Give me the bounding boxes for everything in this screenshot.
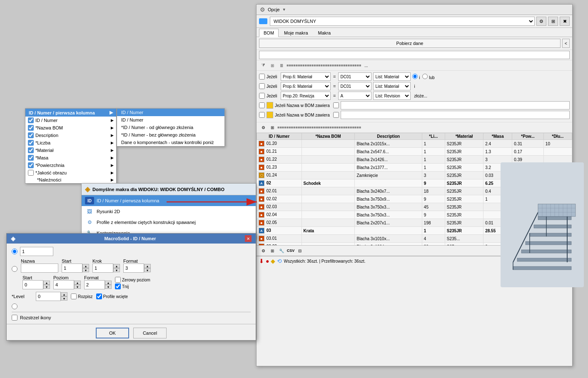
copy-icon-btn[interactable]: ⊞ [548,17,558,26]
tab-makra[interactable]: Makra [314,29,336,37]
settings-icon-btn[interactable]: ⚙ [536,17,546,26]
col-header-nazwa[interactable]: *Nazwa BOM [301,133,355,140]
start-spinner-up[interactable]: ▲ [82,264,89,268]
start-spinner-down[interactable]: ▼ [82,268,89,272]
col-item-masa[interactable]: *Masa ▶ [25,154,116,162]
filter-cb-2[interactable] [259,83,265,89]
radio-lub-1[interactable] [422,74,428,79]
col-header-dlu[interactable]: *Dłu... [543,133,572,140]
level-input[interactable] [36,292,61,301]
filter-value-1[interactable]: DC01 [338,72,371,81]
bottom-tb-icon-1[interactable]: ⚙ [259,246,267,255]
col-cb-jakosc[interactable] [28,170,34,176]
col-cb-material[interactable] [28,147,34,153]
filter-cb-3[interactable] [259,93,265,99]
name-filter-cb-inner-1[interactable] [333,102,339,108]
macro-item-rysunki[interactable]: 🖼 Rysunki 2D [82,206,256,217]
radio-i-1[interactable] [412,74,418,79]
col-item-id[interactable]: ID / Numer ▶ [25,117,116,124]
krok-spinner-down[interactable]: ▼ [113,268,120,272]
dialog-close-button[interactable]: ✕ [245,235,252,242]
poziom-spinner-up[interactable]: ▲ [74,281,81,285]
dialog-krok-input[interactable] [92,264,113,273]
filter-value-2[interactable]: DC01 [338,82,371,90]
col-cb-liczba[interactable] [28,140,34,146]
name-filter-cb-2[interactable] [259,112,265,118]
submenu-item-id-main[interactable]: ID / Numer [117,116,224,124]
col-cb-pow[interactable] [28,162,34,168]
tab-bom[interactable]: BOM [259,29,279,37]
rozstrzel-checkbox[interactable] [12,315,17,321]
macro-item-id[interactable]: ID ID / Numer / pierwsza kolumna [82,195,256,206]
profile-checkbox[interactable] [96,293,102,299]
dialog-start2-input[interactable] [22,280,43,289]
col-cb-id[interactable] [28,117,34,123]
dialog-radio-3[interactable] [12,303,17,309]
format2-spinner-up[interactable]: ▲ [105,281,112,285]
col-cb-masa[interactable] [28,155,34,161]
search-input[interactable] [259,51,570,59]
cancel-button[interactable]: Cancel [133,328,167,338]
dialog-radio-1[interactable] [12,249,17,254]
bottom-tb-icon-4[interactable]: ⊟ [296,246,304,255]
col-item-nazwa[interactable]: *Nazwa BOM ▶ [25,124,116,132]
opcje-dropdown-arrow[interactable]: ▼ [282,7,286,12]
level-spinner-down[interactable]: ▼ [61,296,67,301]
poziom-spinner-down[interactable]: ▼ [74,285,81,289]
format2-spinner-down[interactable]: ▼ [105,285,112,289]
collapse-button[interactable]: < [562,39,570,48]
delete-icon-btn[interactable]: ✖ [560,17,570,26]
name-filter-input-1[interactable] [341,101,570,109]
dialog-input-1[interactable] [20,247,53,256]
dialog-format2-input[interactable] [84,280,105,289]
view-dropdown[interactable]: WIDOK DOMYŚLNY [270,17,535,26]
col-header-masa[interactable]: *Masa [483,133,512,140]
col-item-jakosc[interactable]: *Jakość obrazu ▶ [25,169,116,177]
rozpisz-checkbox[interactable] [71,293,77,299]
filter-cb-1[interactable] [259,74,265,80]
col-header-id[interactable]: ID / Numer [257,133,302,140]
bottom-tb-csv[interactable]: CSV [287,246,295,255]
col-header-pow[interactable]: *Pow... [512,133,544,140]
col-item-liczba[interactable]: *Liczba ▶ [25,139,116,147]
tnij-checkbox[interactable] [115,284,121,289]
filter-prop-2[interactable]: Prop.6: Materiał [281,82,331,90]
name-filter-cb-1[interactable] [259,102,265,108]
dialog-name-input[interactable] [21,264,58,273]
col-cb-desc[interactable] [28,132,34,138]
tb2-grid-icon[interactable]: ⊞ [268,123,277,132]
filter-prop-3[interactable]: Prop.20: Rewizja [281,92,331,100]
sort-icon[interactable]: ≣ [277,61,286,70]
col-header-desc[interactable]: Description [355,133,422,140]
table-row[interactable]: ■ 01.20 Blacha 2x1015x... 1 S235JR 2.4 0… [257,140,572,148]
ok-button[interactable]: OK [96,328,129,338]
filter-icon[interactable]: ⧩ [259,61,267,70]
start2-spinner-up[interactable]: ▲ [43,281,50,285]
bottom-tb-icon-3[interactable]: 🔧 [277,246,286,255]
dialog-radio-2[interactable] [12,266,17,272]
col-item-desc[interactable]: Description ▶ [25,132,116,139]
dialog-start-input[interactable] [62,264,82,273]
more-icon[interactable]: ... [362,61,370,70]
col-item-naleznosci[interactable]: *Należności ▶ [25,177,116,183]
table-row[interactable]: ■ 01.21 Blacha 2x547.6... 1 S235JR 1.3 0… [257,148,572,156]
col-item-material[interactable]: *Materiał ▶ [25,147,116,154]
fetch-button[interactable]: Pobierz dane [259,39,561,48]
filter-list-3[interactable]: List: Revision [373,92,411,100]
dialog-poziom-input[interactable] [53,280,74,289]
filter-value-3[interactable]: A [338,92,371,100]
level-spinner-up[interactable]: ▲ [61,292,67,296]
dialog-format-input[interactable] [123,264,144,273]
filter-prop-1[interactable]: Prop.6: Materiał [281,72,331,81]
grid-icon[interactable]: ⊞ [268,61,277,70]
submenu-item-id-bez[interactable]: *ID / Numer - bez głównego złożenia [117,131,224,139]
start2-spinner-down[interactable]: ▼ [43,285,50,289]
krok-spinner-up[interactable]: ▲ [113,264,120,268]
submenu-item-dane[interactable]: Dane o komponentach - ustaw kontrolki po… [117,139,224,146]
col-cb-nazwa[interactable] [28,125,34,131]
macro-item-profile[interactable]: ⚙ Profile z elementów ciętych konstrukcj… [82,217,256,228]
filter-list-1[interactable]: List: Materiał [373,72,411,81]
col-header-li[interactable]: *Li... [422,133,445,140]
submenu-item-id[interactable]: ID / Numer [117,109,224,116]
name-filter-cb-inner-2[interactable] [333,112,339,118]
